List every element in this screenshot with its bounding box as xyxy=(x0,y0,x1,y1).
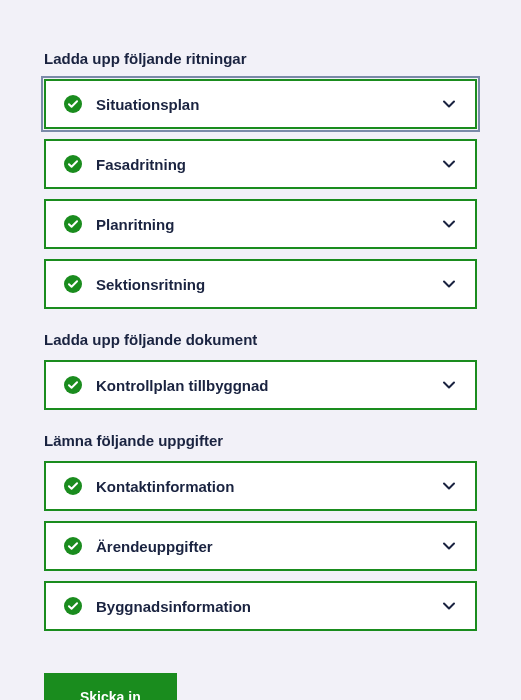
section-title-documents: Ladda upp följande dokument xyxy=(44,331,477,348)
chevron-down-icon xyxy=(441,478,457,494)
check-circle-icon xyxy=(64,597,82,615)
check-circle-icon xyxy=(64,537,82,555)
accordion-item-arendeuppgifter[interactable]: Ärendeuppgifter xyxy=(44,521,477,571)
chevron-down-icon xyxy=(441,598,457,614)
accordion-item-fasadritning[interactable]: Fasadritning xyxy=(44,139,477,189)
check-circle-icon xyxy=(64,376,82,394)
check-circle-icon xyxy=(64,477,82,495)
accordion-label: Planritning xyxy=(96,216,441,233)
chevron-down-icon xyxy=(441,538,457,554)
chevron-down-icon xyxy=(441,156,457,172)
accordion-label: Sektionsritning xyxy=(96,276,441,293)
accordion-item-sektionsritning[interactable]: Sektionsritning xyxy=(44,259,477,309)
submit-button[interactable]: Skicka in xyxy=(44,673,177,700)
chevron-down-icon xyxy=(441,276,457,292)
accordion-item-planritning[interactable]: Planritning xyxy=(44,199,477,249)
accordion-item-kontrollplan[interactable]: Kontrollplan tillbyggnad xyxy=(44,360,477,410)
accordion-label: Situationsplan xyxy=(96,96,441,113)
check-circle-icon xyxy=(64,155,82,173)
accordion-item-kontaktinformation[interactable]: Kontaktinformation xyxy=(44,461,477,511)
accordion-label: Ärendeuppgifter xyxy=(96,538,441,555)
check-circle-icon xyxy=(64,275,82,293)
section-title-details: Lämna följande uppgifter xyxy=(44,432,477,449)
check-circle-icon xyxy=(64,215,82,233)
accordion-label: Byggnadsinformation xyxy=(96,598,441,615)
accordion-label: Kontaktinformation xyxy=(96,478,441,495)
check-circle-icon xyxy=(64,95,82,113)
chevron-down-icon xyxy=(441,96,457,112)
chevron-down-icon xyxy=(441,216,457,232)
accordion-item-byggnadsinformation[interactable]: Byggnadsinformation xyxy=(44,581,477,631)
accordion-label: Kontrollplan tillbyggnad xyxy=(96,377,441,394)
accordion-label: Fasadritning xyxy=(96,156,441,173)
accordion-item-situationsplan[interactable]: Situationsplan xyxy=(44,79,477,129)
section-title-drawings: Ladda upp följande ritningar xyxy=(44,50,477,67)
chevron-down-icon xyxy=(441,377,457,393)
